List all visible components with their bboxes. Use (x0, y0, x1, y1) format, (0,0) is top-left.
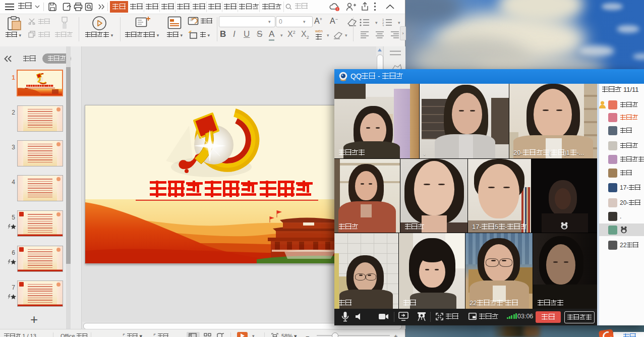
svg-text:!: ! (337, 8, 338, 11)
svg-text:3: 3 (382, 24, 384, 26)
